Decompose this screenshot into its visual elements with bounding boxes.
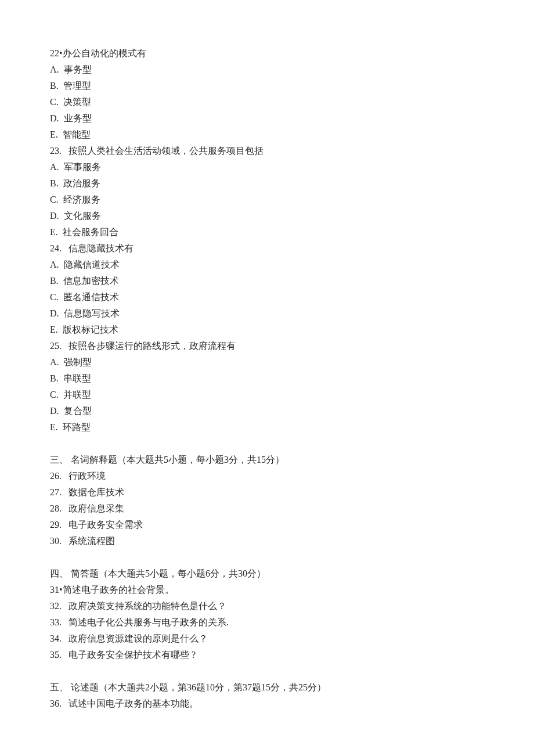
question-prompt: 25. 按照各步骤运行的路线形式，政府流程有	[50, 338, 484, 354]
question-option: B. 管理型	[50, 78, 484, 94]
spacer	[50, 435, 484, 452]
question-option: C. 并联型	[50, 387, 484, 403]
short-answer-item: 32. 政府决策支持系统的功能特色是什么？	[50, 598, 484, 614]
essay-item: 36. 试述中国电子政务的基本功能。	[50, 696, 484, 712]
term-item: 27. 数据仓库技术	[50, 484, 484, 501]
short-answer-item: 34. 政府信息资源建设的原则是什么？	[50, 631, 484, 647]
spacer	[50, 549, 484, 566]
question-prompt: 23. 按照人类社会生活活动领域，公共服务项目包括	[50, 143, 484, 159]
section-heading: 五、 论述题（本大题共2小题，第36题10分，第37题15分，共25分）	[50, 679, 484, 696]
question-option: D. 信息隐写技术	[50, 305, 484, 322]
question-option: B. 信息加密技术	[50, 273, 484, 289]
question-option: C. 决策型	[50, 94, 484, 110]
question-option: D. 复合型	[50, 403, 484, 419]
section-heading: 三、 名词解释题（本大题共5小题，每小题3分，共15分）	[50, 452, 484, 468]
question-option: A. 隐藏信道技术	[50, 257, 484, 273]
spacer	[50, 663, 484, 679]
section-heading: 四、 简答题（本大题共5小题，每小题6分，共30分）	[50, 566, 484, 582]
question-prompt: 22•办公自动化的模式有	[50, 45, 484, 62]
short-answer-item: 31•简述电子政务的社会背景。	[50, 582, 484, 598]
question-prompt: 24. 信息隐藏技术有	[50, 240, 484, 257]
question-option: D. 业务型	[50, 110, 484, 127]
question-option: B. 串联型	[50, 370, 484, 387]
short-answer-item: 35. 电子政务安全保护技术有哪些 ?	[50, 647, 484, 663]
question-option: E. 环路型	[50, 419, 484, 435]
question-option: A. 事务型	[50, 62, 484, 78]
question-option: D. 文化服务	[50, 208, 484, 224]
question-option: E. 社会服务回合	[50, 224, 484, 240]
term-item: 30. 系统流程图	[50, 533, 484, 549]
question-option: A. 军事服务	[50, 159, 484, 175]
question-option: E. 智能型	[50, 127, 484, 143]
question-option: C. 匿名通信技术	[50, 289, 484, 305]
question-option: C. 经济服务	[50, 192, 484, 208]
term-item: 26. 行政环境	[50, 468, 484, 484]
question-option: B. 政治服务	[50, 175, 484, 192]
term-item: 29. 电子政务安全需求	[50, 517, 484, 533]
question-option: E. 版权标记技术	[50, 322, 484, 338]
question-option: A. 强制型	[50, 354, 484, 370]
short-answer-item: 33. 简述电子化公共服务与电子政务的关系.	[50, 614, 484, 631]
term-item: 28. 政府信息采集	[50, 501, 484, 517]
document-page: 22•办公自动化的模式有 A. 事务型 B. 管理型 C. 决策型 D. 业务型…	[0, 0, 534, 756]
